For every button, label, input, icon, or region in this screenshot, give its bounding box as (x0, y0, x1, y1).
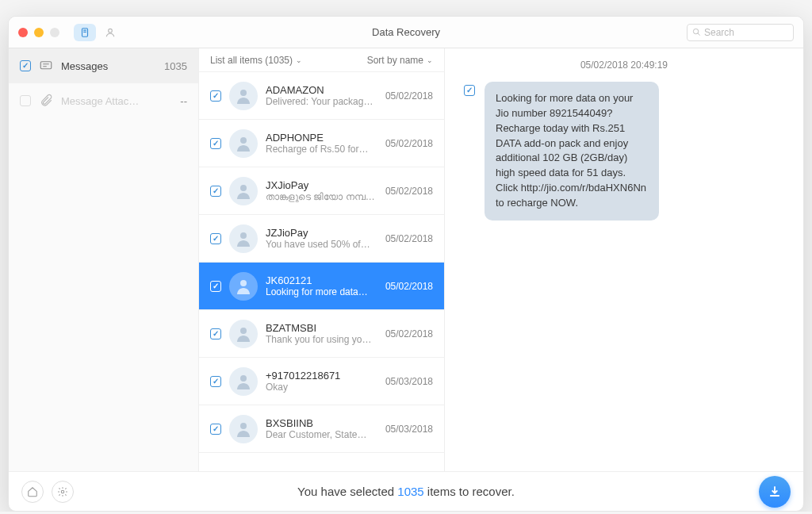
thread-date: 05/02/2018 (385, 186, 433, 197)
sidebar-item-attachments[interactable]: Message Attac… -- (9, 83, 198, 118)
thread-name: JXJioPay (266, 179, 377, 191)
svg-rect-3 (40, 62, 52, 69)
list-header: List all items (1035) ⌄ Sort by name ⌄ (199, 48, 444, 72)
thread-text: JXJioPay താങ്കളുടെ ജിയോ നമ്പറി… (266, 179, 377, 202)
message-detail: 05/02/2018 20:49:19 Looking for more dat… (445, 48, 803, 471)
avatar (229, 272, 258, 301)
sidebar-label: Messages (61, 60, 108, 72)
files-mode-icon[interactable] (74, 24, 96, 41)
footer-count: 1035 (397, 485, 423, 498)
thread-preview: Recharge of Rs.50 for… (266, 144, 377, 155)
thread-preview: You have used 50% of… (266, 239, 377, 250)
message-row: Looking for more data on your Jio number… (464, 82, 784, 221)
thread-list[interactable]: ADAMAZON Delivered: Your packag… 05/02/2… (199, 72, 444, 471)
thread-row[interactable]: ADPHONPE Recharge of Rs.50 for… 05/02/20… (199, 120, 444, 167)
svg-point-6 (240, 185, 247, 191)
thread-preview: Looking for more data… (266, 286, 377, 297)
minimize-button[interactable] (34, 28, 44, 37)
footer-status: You have selected 1035 items to recover. (297, 485, 515, 498)
avatar (229, 129, 258, 158)
checkbox-icon[interactable] (210, 424, 221, 435)
thread-date: 05/02/2018 (385, 233, 433, 244)
app-window: Data Recovery Search Messages 1035 Messa… (8, 16, 804, 512)
svg-point-5 (240, 137, 247, 144)
user-mode-icon[interactable] (99, 24, 121, 41)
avatar (229, 224, 258, 253)
window-controls (18, 28, 59, 37)
checkbox-icon[interactable] (210, 328, 221, 339)
avatar (229, 82, 258, 110)
thread-text: JK602121 Looking for more data… (266, 274, 377, 297)
search-input[interactable]: Search (687, 24, 794, 41)
thread-row[interactable]: +917012218671 Okay 05/03/2018 (199, 358, 444, 405)
gear-icon (57, 486, 68, 497)
toolbar-modes (74, 24, 121, 41)
search-icon (692, 28, 701, 36)
home-button[interactable] (21, 481, 44, 503)
chevron-down-icon: ⌄ (427, 56, 433, 64)
titlebar: Data Recovery Search (9, 17, 803, 48)
download-icon (767, 484, 783, 500)
svg-point-11 (240, 423, 247, 429)
svg-point-4 (240, 90, 247, 96)
avatar (229, 415, 258, 443)
thread-name: ADPHONPE (266, 132, 377, 144)
search-placeholder: Search (704, 27, 734, 38)
checkbox-icon[interactable] (210, 138, 221, 149)
messages-icon (39, 59, 53, 73)
sidebar-count: -- (180, 95, 187, 107)
checkbox-icon[interactable] (20, 95, 31, 106)
thread-date: 05/03/2018 (385, 424, 433, 435)
close-button[interactable] (18, 28, 28, 37)
recover-button[interactable] (759, 476, 791, 508)
checkbox-icon[interactable] (210, 233, 221, 244)
thread-name: BZATMSBI (266, 322, 377, 334)
svg-point-8 (240, 280, 247, 286)
thread-row[interactable]: JK602121 Looking for more data… 05/02/20… (199, 263, 444, 310)
footer-prefix: You have selected (297, 485, 397, 498)
checkbox-icon[interactable] (210, 376, 221, 387)
thread-preview: താങ്കളുടെ ജിയോ നമ്പറി… (266, 191, 377, 202)
window-title: Data Recovery (372, 26, 440, 38)
sort-label: Sort by name (367, 55, 423, 66)
sidebar-label: Message Attac… (61, 95, 139, 107)
avatar (229, 367, 258, 396)
main-body: Messages 1035 Message Attac… -- List all… (9, 48, 803, 471)
avatar (229, 320, 258, 348)
checkbox-icon[interactable] (210, 186, 221, 197)
checkbox-icon[interactable] (464, 85, 475, 96)
thread-row[interactable]: JZJioPay You have used 50% of… 05/02/201… (199, 215, 444, 263)
home-icon (27, 486, 38, 497)
checkbox-icon[interactable] (20, 60, 31, 71)
thread-text: +917012218671 Okay (266, 370, 377, 393)
sidebar-item-messages[interactable]: Messages 1035 (9, 48, 198, 83)
checkbox-icon[interactable] (210, 90, 221, 102)
sidebar: Messages 1035 Message Attac… -- (9, 48, 199, 471)
thread-name: ADAMAZON (266, 84, 377, 96)
svg-point-12 (61, 490, 64, 493)
thread-row[interactable]: BXSBIINB Dear Customer, State… 05/03/201… (199, 405, 444, 453)
thread-text: ADPHONPE Recharge of Rs.50 for… (266, 132, 377, 155)
chevron-down-icon: ⌄ (296, 56, 302, 64)
filter-dropdown[interactable]: List all items (1035) ⌄ (210, 55, 302, 66)
sidebar-count: 1035 (164, 60, 187, 72)
thread-date: 05/02/2018 (385, 90, 433, 102)
svg-point-7 (240, 232, 247, 239)
checkbox-icon[interactable] (210, 281, 221, 292)
thread-name: +917012218671 (266, 370, 377, 382)
thread-name: BXSBIINB (266, 417, 377, 429)
thread-text: JZJioPay You have used 50% of… (266, 227, 377, 250)
thread-row[interactable]: ADAMAZON Delivered: Your packag… 05/02/2… (199, 72, 444, 120)
footer-suffix: items to recover. (424, 485, 515, 498)
thread-date: 05/02/2018 (385, 281, 433, 292)
thread-date: 05/03/2018 (385, 376, 433, 387)
sort-dropdown[interactable]: Sort by name ⌄ (367, 55, 433, 66)
thread-row[interactable]: BZATMSBI Thank you for using yo… 05/02/2… (199, 310, 444, 358)
maximize-button[interactable] (50, 28, 59, 37)
settings-button[interactable] (52, 481, 74, 503)
thread-row[interactable]: JXJioPay താങ്കളുടെ ജിയോ നമ്പറി… 05/02/20… (199, 167, 444, 215)
thread-text: ADAMAZON Delivered: Your packag… (266, 84, 377, 107)
filter-label: List all items (1035) (210, 55, 293, 66)
thread-list-column: List all items (1035) ⌄ Sort by name ⌄ A… (199, 48, 445, 471)
thread-date: 05/02/2018 (385, 328, 433, 339)
